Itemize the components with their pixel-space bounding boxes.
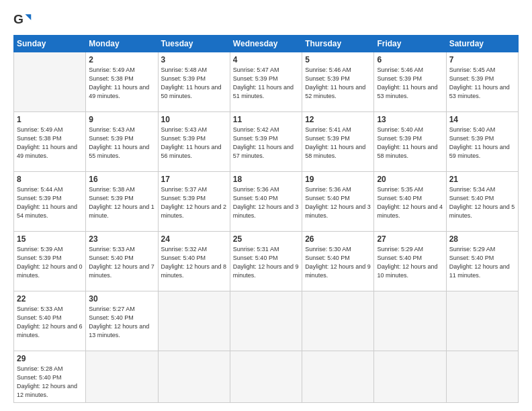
cell-info: Sunrise: 5:29 AMSunset: 5:40 PMDaylight:… bbox=[449, 245, 515, 280]
day-number: 12 bbox=[305, 115, 371, 124]
cell-info: Sunrise: 5:37 AMSunset: 5:39 PMDaylight:… bbox=[161, 185, 227, 220]
logo: G bbox=[13, 11, 34, 30]
cell-info: Sunrise: 5:27 AMSunset: 5:40 PMDaylight:… bbox=[89, 305, 154, 340]
calendar-cell: 8Sunrise: 5:44 AMSunset: 5:39 PMDaylight… bbox=[14, 171, 86, 231]
day-header-saturday: Saturday bbox=[446, 36, 518, 52]
page-header: G bbox=[13, 11, 519, 30]
cell-info: Sunrise: 5:43 AMSunset: 5:39 PMDaylight:… bbox=[161, 126, 227, 161]
calendar-cell: 30Sunrise: 5:27 AMSunset: 5:40 PMDayligh… bbox=[86, 291, 158, 351]
calendar-cell: 27Sunrise: 5:29 AMSunset: 5:40 PMDayligh… bbox=[374, 231, 446, 291]
day-number: 8 bbox=[17, 175, 83, 184]
calendar-cell: 2Sunrise: 5:49 AMSunset: 5:38 PMDaylight… bbox=[86, 52, 158, 112]
cell-info: Sunrise: 5:40 AMSunset: 5:39 PMDaylight:… bbox=[449, 126, 515, 161]
cell-info: Sunrise: 5:48 AMSunset: 5:39 PMDaylight:… bbox=[161, 66, 227, 101]
cell-info: Sunrise: 5:46 AMSunset: 5:39 PMDaylight:… bbox=[377, 66, 443, 101]
day-number: 22 bbox=[17, 294, 83, 304]
calendar-cell: 12Sunrise: 5:41 AMSunset: 5:39 PMDayligh… bbox=[302, 111, 374, 171]
calendar-cell: 5Sunrise: 5:46 AMSunset: 5:39 PMDaylight… bbox=[302, 52, 374, 112]
calendar-cell: 25Sunrise: 5:31 AMSunset: 5:40 PMDayligh… bbox=[230, 231, 302, 291]
calendar-cell bbox=[14, 52, 86, 112]
cell-info: Sunrise: 5:42 AMSunset: 5:39 PMDaylight:… bbox=[233, 126, 299, 161]
cell-info: Sunrise: 5:46 AMSunset: 5:39 PMDaylight:… bbox=[305, 66, 371, 101]
calendar-cell: 19Sunrise: 5:36 AMSunset: 5:40 PMDayligh… bbox=[302, 171, 374, 231]
calendar-cell bbox=[374, 291, 446, 351]
cell-info: Sunrise: 5:39 AMSunset: 5:39 PMDaylight:… bbox=[17, 245, 83, 280]
calendar-cell bbox=[302, 291, 374, 351]
cell-info: Sunrise: 5:33 AMSunset: 5:40 PMDaylight:… bbox=[17, 305, 83, 340]
calendar-cell: 24Sunrise: 5:32 AMSunset: 5:40 PMDayligh… bbox=[158, 231, 230, 291]
calendar-cell: 16Sunrise: 5:38 AMSunset: 5:39 PMDayligh… bbox=[86, 171, 158, 231]
day-number: 24 bbox=[161, 234, 227, 244]
cell-info: Sunrise: 5:40 AMSunset: 5:39 PMDaylight:… bbox=[377, 126, 443, 161]
day-header-thursday: Thursday bbox=[302, 36, 374, 52]
day-number: 14 bbox=[449, 115, 515, 124]
day-number: 6 bbox=[377, 55, 443, 64]
calendar-cell: 18Sunrise: 5:36 AMSunset: 5:40 PMDayligh… bbox=[230, 171, 302, 231]
cell-info: Sunrise: 5:28 AMSunset: 5:40 PMDaylight:… bbox=[17, 365, 83, 400]
calendar-cell bbox=[446, 291, 518, 351]
day-number: 10 bbox=[161, 115, 227, 124]
day-number: 21 bbox=[449, 175, 515, 184]
calendar-cell: 13Sunrise: 5:40 AMSunset: 5:39 PMDayligh… bbox=[374, 111, 446, 171]
calendar-cell: 4Sunrise: 5:47 AMSunset: 5:39 PMDaylight… bbox=[230, 52, 302, 112]
day-number: 17 bbox=[161, 175, 227, 184]
cell-info: Sunrise: 5:36 AMSunset: 5:40 PMDaylight:… bbox=[305, 185, 371, 220]
day-number: 18 bbox=[233, 175, 299, 184]
calendar-cell bbox=[302, 351, 374, 402]
calendar-cell bbox=[86, 351, 158, 402]
calendar-cell bbox=[230, 351, 302, 402]
cell-info: Sunrise: 5:30 AMSunset: 5:40 PMDaylight:… bbox=[305, 245, 371, 280]
day-number: 27 bbox=[377, 234, 443, 244]
day-number: 25 bbox=[233, 234, 299, 244]
calendar-cell bbox=[158, 351, 230, 402]
cell-info: Sunrise: 5:32 AMSunset: 5:40 PMDaylight:… bbox=[161, 245, 227, 280]
day-number: 26 bbox=[305, 234, 371, 244]
cell-info: Sunrise: 5:45 AMSunset: 5:39 PMDaylight:… bbox=[449, 66, 515, 101]
day-header-tuesday: Tuesday bbox=[158, 36, 230, 52]
cell-info: Sunrise: 5:49 AMSunset: 5:38 PMDaylight:… bbox=[89, 66, 154, 101]
day-number: 20 bbox=[377, 175, 443, 184]
day-number: 7 bbox=[449, 55, 515, 64]
calendar-cell: 6Sunrise: 5:46 AMSunset: 5:39 PMDaylight… bbox=[374, 52, 446, 112]
calendar-cell: 15Sunrise: 5:39 AMSunset: 5:39 PMDayligh… bbox=[14, 231, 86, 291]
calendar-cell: 28Sunrise: 5:29 AMSunset: 5:40 PMDayligh… bbox=[446, 231, 518, 291]
calendar-cell: 3Sunrise: 5:48 AMSunset: 5:39 PMDaylight… bbox=[158, 52, 230, 112]
day-number: 1 bbox=[17, 115, 83, 124]
calendar-cell bbox=[230, 291, 302, 351]
svg-text:G: G bbox=[13, 12, 24, 26]
calendar-cell: 22Sunrise: 5:33 AMSunset: 5:40 PMDayligh… bbox=[14, 291, 86, 351]
day-number: 3 bbox=[161, 55, 227, 64]
day-number: 4 bbox=[233, 55, 299, 64]
cell-info: Sunrise: 5:49 AMSunset: 5:38 PMDaylight:… bbox=[17, 126, 83, 161]
calendar-cell bbox=[158, 291, 230, 351]
calendar-cell: 21Sunrise: 5:34 AMSunset: 5:40 PMDayligh… bbox=[446, 171, 518, 231]
day-header-wednesday: Wednesday bbox=[230, 36, 302, 52]
cell-info: Sunrise: 5:29 AMSunset: 5:40 PMDaylight:… bbox=[377, 245, 443, 280]
calendar-cell: 23Sunrise: 5:33 AMSunset: 5:40 PMDayligh… bbox=[86, 231, 158, 291]
calendar-cell: 17Sunrise: 5:37 AMSunset: 5:39 PMDayligh… bbox=[158, 171, 230, 231]
calendar-cell: 20Sunrise: 5:35 AMSunset: 5:40 PMDayligh… bbox=[374, 171, 446, 231]
calendar-cell bbox=[374, 351, 446, 402]
cell-info: Sunrise: 5:33 AMSunset: 5:40 PMDaylight:… bbox=[89, 245, 154, 280]
day-number: 5 bbox=[305, 55, 371, 64]
day-number: 9 bbox=[89, 115, 154, 124]
day-number: 23 bbox=[89, 234, 154, 244]
calendar-cell: 7Sunrise: 5:45 AMSunset: 5:39 PMDaylight… bbox=[446, 52, 518, 112]
calendar-cell: 11Sunrise: 5:42 AMSunset: 5:39 PMDayligh… bbox=[230, 111, 302, 171]
day-number: 15 bbox=[17, 234, 83, 244]
calendar-cell: 1Sunrise: 5:49 AMSunset: 5:38 PMDaylight… bbox=[14, 111, 86, 171]
day-number: 11 bbox=[233, 115, 299, 124]
cell-info: Sunrise: 5:43 AMSunset: 5:39 PMDaylight:… bbox=[89, 126, 154, 161]
day-number: 19 bbox=[305, 175, 371, 184]
calendar-cell: 14Sunrise: 5:40 AMSunset: 5:39 PMDayligh… bbox=[446, 111, 518, 171]
day-header-friday: Friday bbox=[374, 36, 446, 52]
day-number: 2 bbox=[89, 55, 154, 64]
cell-info: Sunrise: 5:44 AMSunset: 5:39 PMDaylight:… bbox=[17, 185, 83, 220]
calendar-cell: 10Sunrise: 5:43 AMSunset: 5:39 PMDayligh… bbox=[158, 111, 230, 171]
day-number: 29 bbox=[17, 354, 83, 363]
calendar-table: SundayMondayTuesdayWednesdayThursdayFrid… bbox=[13, 35, 519, 403]
day-number: 28 bbox=[449, 234, 515, 244]
day-number: 30 bbox=[89, 294, 154, 304]
cell-info: Sunrise: 5:38 AMSunset: 5:39 PMDaylight:… bbox=[89, 185, 154, 220]
calendar-cell: 29Sunrise: 5:28 AMSunset: 5:40 PMDayligh… bbox=[14, 351, 86, 402]
